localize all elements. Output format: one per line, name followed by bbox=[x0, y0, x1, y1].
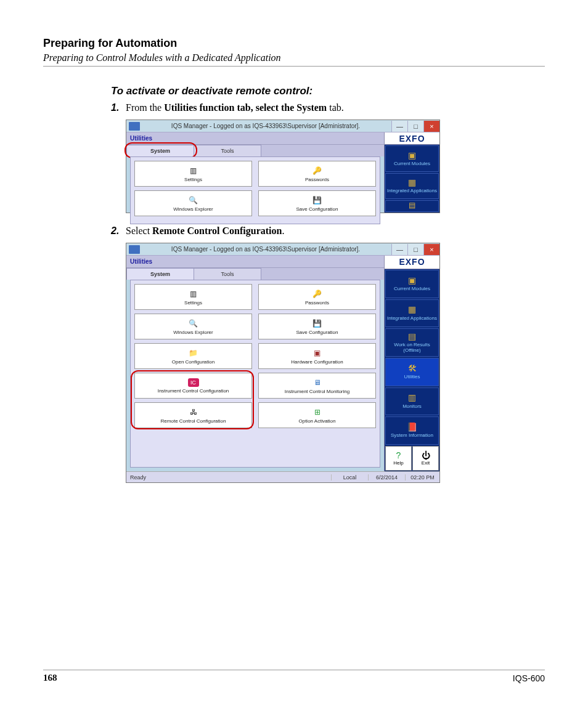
tab-tools-2[interactable]: Tools bbox=[194, 268, 261, 280]
page-footer: 168 IQS-600 bbox=[43, 670, 545, 683]
book-icon: 📕 bbox=[407, 423, 417, 432]
exit-label: Exit bbox=[422, 460, 430, 466]
step-2-text-a: Select bbox=[126, 225, 152, 236]
step-1-text-c: tab. bbox=[327, 102, 344, 113]
instructions-section: To activate or deactivate remote control… bbox=[111, 85, 545, 483]
settings-button[interactable]: ▥ Settings bbox=[134, 161, 252, 187]
power-icon: ⏻ bbox=[422, 450, 430, 460]
nav-utilities[interactable]: 🛠 Utilities bbox=[385, 358, 439, 386]
status-time: 02:20 PM bbox=[406, 474, 439, 481]
window-title-2: IQS Manager - Logged on as IQS-433963\Su… bbox=[140, 246, 391, 253]
exit-button[interactable]: ⏻ Exit bbox=[412, 446, 439, 471]
minimize-button-2[interactable]: — bbox=[391, 244, 407, 255]
nav-partial[interactable]: ▤ bbox=[385, 200, 439, 212]
instrument-control-monitoring-label: Instrument Control Monitoring bbox=[285, 389, 349, 394]
save-configuration-button[interactable]: 💾 Save Configuration bbox=[258, 190, 376, 216]
option-activation-label: Option Activation bbox=[298, 418, 335, 424]
save-configuration-label-2: Save Configuration bbox=[296, 330, 338, 335]
window-titlebar: IQS Manager - Logged on as IQS-433963\Su… bbox=[126, 120, 439, 132]
step-1-text-b: Utilities function tab, select the Syste… bbox=[164, 102, 327, 113]
maximize-button-2[interactable]: □ bbox=[407, 244, 423, 255]
exfo-logo: EXFO bbox=[385, 132, 439, 145]
tab-system-2[interactable]: System bbox=[126, 268, 194, 280]
instrument-control-monitoring-button[interactable]: 🖥 Instrument Control Monitoring bbox=[258, 373, 376, 399]
step-2: 2. Select Remote Control Configuration. bbox=[111, 225, 545, 237]
step-number-2: 2. bbox=[111, 225, 126, 237]
settings-label: Settings bbox=[184, 177, 202, 182]
nav-current-modules-label-2: Current Modules bbox=[394, 286, 430, 292]
barcode-icon: ▥ bbox=[189, 166, 198, 176]
step-2-text-c: . bbox=[282, 225, 284, 236]
settings-button-2[interactable]: ▥ Settings bbox=[134, 284, 252, 310]
passwords-label: Passwords bbox=[305, 177, 329, 182]
nav-integrated-apps-2[interactable]: ▦ Integrated Applications bbox=[385, 299, 439, 328]
tools-icon: 🛠 bbox=[408, 364, 417, 373]
status-ready: Ready bbox=[126, 474, 332, 481]
help-button[interactable]: ? Help bbox=[385, 446, 412, 471]
floppy-icon-2: 💾 bbox=[312, 318, 322, 328]
apps-icon: ▦ bbox=[408, 178, 416, 187]
nav-monitors-label: Monitors bbox=[402, 404, 422, 410]
plus-window-icon: ⊞ bbox=[312, 407, 322, 417]
passwords-button[interactable]: 🔑 Passwords bbox=[258, 161, 376, 187]
header-divider bbox=[43, 66, 545, 67]
monitors-icon: ▥ bbox=[408, 393, 416, 402]
nav-integrated-apps-label-2: Integrated Applications bbox=[387, 316, 437, 322]
app-icon-2 bbox=[129, 245, 140, 254]
close-button[interactable]: × bbox=[423, 121, 439, 132]
window-titlebar-2: IQS Manager - Logged on as IQS-433963\Su… bbox=[126, 243, 439, 256]
nav-work-offline[interactable]: ▤ Work on Results (Offline) bbox=[385, 328, 439, 357]
option-activation-button[interactable]: ⊞ Option Activation bbox=[258, 402, 376, 428]
nav-current-modules[interactable]: ▣ Current Modules bbox=[385, 145, 439, 172]
nav-work-offline-label: Work on Results (Offline) bbox=[386, 343, 438, 354]
modules-icon: ▣ bbox=[408, 151, 416, 160]
minimize-button[interactable]: — bbox=[391, 121, 407, 132]
window-title: IQS Manager - Logged on as IQS-433963\Su… bbox=[140, 123, 391, 129]
settings-label-2: Settings bbox=[184, 300, 202, 306]
tab-tools[interactable]: Tools bbox=[194, 145, 261, 156]
apps-icon-2: ▦ bbox=[408, 305, 416, 314]
page-title: Preparing for Automation bbox=[43, 37, 545, 50]
passwords-label-2: Passwords bbox=[305, 300, 329, 306]
windows-explorer-button[interactable]: 🔍 Windows Explorer bbox=[134, 190, 252, 216]
nav-current-modules-2[interactable]: ▣ Current Modules bbox=[385, 270, 439, 298]
status-bar: Ready Local 6/2/2014 02:20 PM bbox=[126, 471, 439, 482]
help-icon: ? bbox=[396, 450, 401, 460]
hardware-configuration-label: Hardware Configuration bbox=[291, 359, 343, 365]
hardware-configuration-button[interactable]: ▣ Hardware Configuration bbox=[258, 343, 376, 369]
page-number: 168 bbox=[43, 673, 57, 683]
close-button-2[interactable]: × bbox=[423, 244, 439, 255]
save-configuration-button-2[interactable]: 💾 Save Configuration bbox=[258, 314, 376, 339]
nav-utilities-label: Utilities bbox=[404, 375, 420, 380]
monitor-icon: 🖥 bbox=[312, 378, 322, 387]
windows-explorer-button-2[interactable]: 🔍 Windows Explorer bbox=[134, 314, 252, 339]
step-1: 1. From the Utilities function tab, sele… bbox=[111, 102, 545, 113]
nav-integrated-apps-label: Integrated Applications bbox=[387, 189, 437, 194]
panel-label-2: Utilities bbox=[126, 256, 384, 267]
open-configuration-label: Open Configuration bbox=[172, 359, 214, 365]
passwords-button-2[interactable]: 🔑 Passwords bbox=[258, 284, 376, 310]
magnifier-icon: 🔍 bbox=[189, 195, 198, 205]
exfo-logo-2: EXFO bbox=[385, 256, 439, 269]
key-icon: 🔑 bbox=[312, 166, 322, 176]
screenshot-1: IQS Manager - Logged on as IQS-433963\Su… bbox=[126, 120, 545, 213]
nav-monitors[interactable]: ▥ Monitors bbox=[385, 387, 439, 416]
step-number: 1. bbox=[111, 102, 126, 113]
highlight-rcc-button bbox=[131, 370, 254, 429]
nav-system-info[interactable]: 📕 System Information bbox=[385, 416, 439, 445]
step-2-text-b: Remote Control Configuration bbox=[152, 225, 282, 236]
nav-system-info-label: System Information bbox=[391, 433, 433, 439]
folder-icon: 📁 bbox=[189, 348, 198, 358]
windows-explorer-label: Windows Explorer bbox=[173, 206, 213, 212]
page-header: Preparing for Automation Preparing to Co… bbox=[43, 37, 545, 67]
floppy-icon: 💾 bbox=[312, 195, 322, 205]
screenshot-2: IQS Manager - Logged on as IQS-433963\Su… bbox=[126, 243, 545, 483]
status-local: Local bbox=[332, 474, 369, 481]
maximize-button[interactable]: □ bbox=[407, 121, 423, 132]
key-icon-2: 🔑 bbox=[312, 289, 322, 299]
open-configuration-button[interactable]: 📁 Open Configuration bbox=[134, 343, 252, 369]
section-heading: To activate or deactivate remote control… bbox=[111, 85, 545, 97]
hardware-icon: ▣ bbox=[312, 348, 322, 358]
nav-integrated-apps[interactable]: ▦ Integrated Applications bbox=[385, 173, 439, 200]
magnifier-icon-2: 🔍 bbox=[189, 318, 198, 328]
